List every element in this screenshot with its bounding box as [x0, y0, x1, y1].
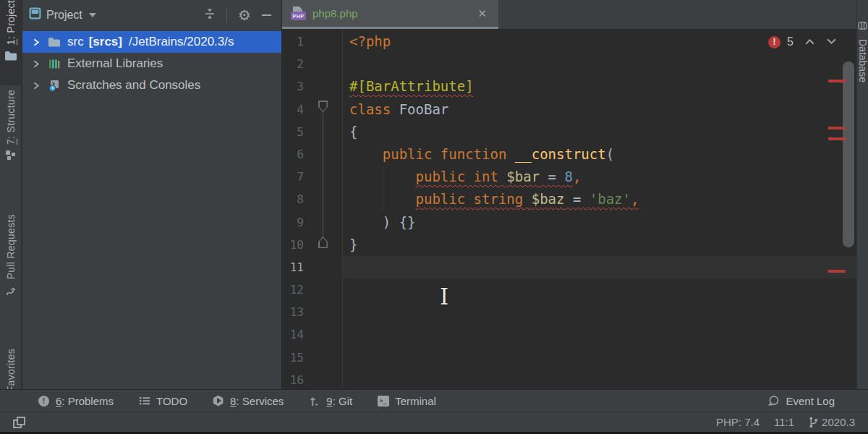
toolbar-separator [226, 8, 227, 22]
line-number: 15 [282, 346, 342, 369]
editor-tab-bar: PHP php8.php ✕ [282, 0, 856, 29]
line-number: 9 [282, 211, 342, 234]
chevron-right-icon[interactable] [31, 59, 41, 69]
error-badge-icon[interactable]: ! [768, 36, 780, 48]
folder-icon [4, 50, 17, 61]
hide-panel-icon[interactable] [262, 14, 271, 16]
editor-body[interactable]: 12345678910111213141516 <?php#[BarAttrib… [282, 29, 856, 389]
tree-item-src[interactable]: src[srcs]/JetBrains/2020.3/s [22, 31, 281, 53]
tree-item-label: External Libraries [67, 56, 163, 71]
code-content[interactable]: <?php#[BarAttribute]class FooBar{ public… [349, 30, 639, 389]
scratches-icon [47, 80, 61, 92]
folder-icon [47, 37, 61, 47]
code-line-15 [349, 346, 639, 369]
project-panel-title[interactable]: Project [46, 9, 82, 22]
todo-icon [138, 395, 150, 407]
tree-item-path: /JetBrains/2020.3/s [129, 35, 234, 49]
caret-position-widget[interactable]: 11:1 [774, 416, 794, 428]
line-number: 7 [282, 166, 342, 188]
toolwindow-button-git[interactable]: 9: Git [308, 395, 352, 407]
line-number: 4 [282, 98, 342, 121]
stripe-label: Pull Requests [5, 214, 17, 279]
toolwindow-toggle-icon[interactable] [13, 417, 25, 428]
tree-item-external-libraries[interactable]: External Libraries [22, 53, 281, 75]
error-stripe-mark[interactable] [828, 80, 846, 82]
code-line-5: { [349, 121, 639, 143]
text-cursor-pointer: I [440, 284, 448, 310]
toolwindow-button-problems[interactable]: !6: Problems [38, 395, 114, 407]
tree-item-label: Scratches and Consoles [67, 78, 200, 93]
tree-item-scratches[interactable]: Scratches and Consoles [22, 75, 281, 96]
services-icon [212, 395, 224, 407]
stripe-button-favorites[interactable]: Favorites [0, 349, 21, 389]
code-line-12 [349, 278, 639, 301]
code-line-2 [349, 53, 639, 75]
stripe-label: 7: Structure [5, 90, 17, 145]
toolwindow-button-label: Terminal [395, 395, 436, 407]
line-number: 10 [282, 234, 342, 256]
status-bar: PHP: 7.4 11:1 2020.3 [0, 412, 868, 432]
error-stripe-mark[interactable] [828, 127, 846, 129]
toolwindow-button-label: 6: Problems [56, 395, 114, 407]
code-line-1: <?php [349, 30, 639, 53]
collapse-all-icon[interactable] [204, 8, 216, 22]
code-line-14 [349, 323, 639, 346]
stripe-button-project[interactable]: 1: Project [0, 0, 21, 85]
line-number: 2 [282, 53, 342, 75]
project-tree: src[srcs]/JetBrains/2020.3/sExternal Lib… [22, 30, 281, 96]
code-line-9: ) {} [349, 211, 639, 234]
toolwindow-button-todo[interactable]: TODO [138, 395, 187, 407]
line-number: 14 [282, 323, 342, 346]
line-number: 1 [282, 30, 342, 53]
stripe-button-structure[interactable]: 7: Structure [0, 90, 21, 191]
vcs-branch-widget[interactable]: 2020.3 [809, 416, 855, 428]
code-line-6: public function __construct( [349, 143, 639, 166]
tree-item-label: src [67, 35, 84, 49]
database-icon [858, 20, 867, 33]
code-line-16 [349, 369, 639, 389]
database-tool-button[interactable]: Database [856, 0, 868, 389]
line-number-gutter: 12345678910111213141516 [282, 30, 342, 389]
close-icon[interactable]: ✕ [475, 7, 490, 20]
git-branch-icon [809, 417, 818, 428]
chevron-down-icon[interactable] [89, 13, 96, 17]
project-panel-header: Project ⚙ [22, 0, 281, 30]
prev-error-icon[interactable] [804, 35, 815, 48]
line-number: 11 [282, 256, 342, 278]
chevron-right-icon[interactable] [31, 81, 41, 90]
libraries-icon [47, 59, 61, 69]
line-number: 8 [282, 188, 342, 210]
inspection-widget: ! 5 [768, 35, 837, 48]
database-stripe-label: Database [857, 39, 868, 82]
toolwindow-button-services[interactable]: 8: Services [212, 395, 284, 407]
pull-request-icon [5, 284, 16, 296]
chevron-right-icon[interactable] [31, 38, 41, 47]
next-error-icon[interactable] [826, 35, 837, 48]
phpstorm-window: 1: Project7: StructurePull RequestsFavor… [0, 0, 868, 434]
stripe-button-pull-requests[interactable]: Pull Requests [0, 214, 21, 328]
stripe-label: 1: Project [5, 0, 17, 45]
structure-icon [5, 150, 16, 161]
editor-scrollbar[interactable] [843, 61, 854, 247]
error-stripe-mark[interactable] [828, 270, 846, 273]
terminal-icon: >_ [377, 395, 389, 407]
error-stripe-mark[interactable] [828, 137, 846, 140]
tab-title: php8.php [312, 7, 358, 20]
stripe-label: Favorites [5, 349, 17, 389]
editor-tab-php8[interactable]: PHP php8.php ✕ [282, 0, 498, 29]
line-number: 6 [282, 143, 342, 166]
code-line-11 [349, 256, 639, 278]
toolwindow-button-label: 9: Git [326, 395, 352, 407]
php-version-widget[interactable]: PHP: 7.4 [716, 416, 760, 428]
error-count[interactable]: 5 [787, 35, 793, 48]
toolwindow-button-terminal[interactable]: >_Terminal [377, 395, 436, 407]
problems-icon: ! [38, 395, 50, 407]
tree-item-module: [srcs] [89, 35, 122, 49]
code-line-3: #[BarAttribute] [349, 75, 639, 98]
event-log-button[interactable]: Event Log [767, 395, 835, 407]
line-number: 3 [282, 75, 342, 98]
project-tool-window: Project ⚙ src[srcs]/JetBrains/2020.3/sEx… [22, 0, 282, 389]
settings-gear-icon[interactable]: ⚙ [238, 8, 251, 22]
left-tool-stripe: 1: Project7: StructurePull RequestsFavor… [0, 0, 22, 389]
line-number: 16 [282, 369, 342, 389]
